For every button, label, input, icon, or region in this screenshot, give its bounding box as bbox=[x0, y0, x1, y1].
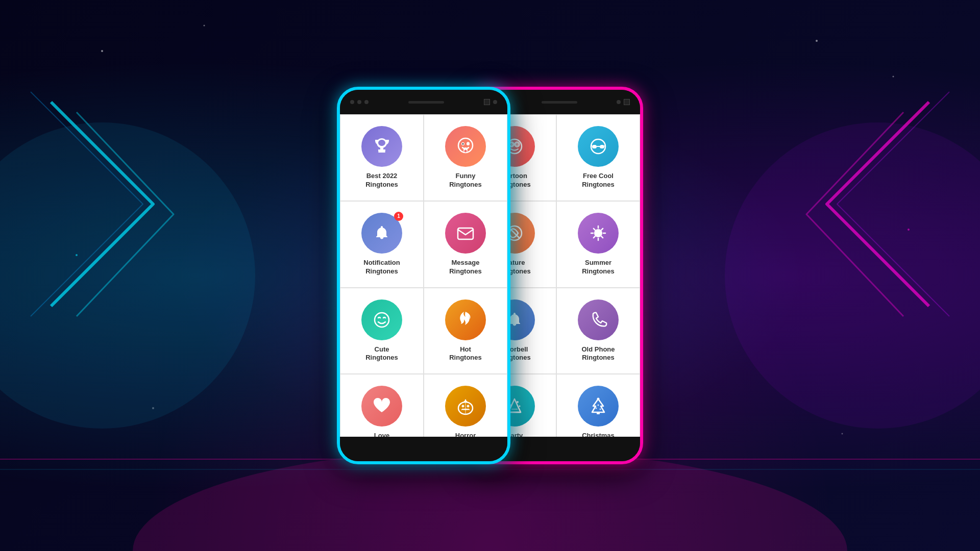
list-item-hot[interactable]: HotRingtones bbox=[424, 288, 507, 374]
svg-point-53 bbox=[519, 406, 521, 407]
list-item-christmas[interactable]: ChristmasRingtones bbox=[556, 374, 640, 437]
svg-line-46 bbox=[594, 229, 595, 230]
svg-marker-24 bbox=[467, 405, 470, 408]
svg-point-61 bbox=[600, 409, 601, 410]
flame-icon bbox=[454, 309, 477, 331]
freecool-icon bbox=[578, 126, 619, 167]
horror-icon bbox=[445, 386, 486, 427]
front-camera bbox=[484, 99, 490, 105]
best2022-label: Best 2022Ringtones bbox=[365, 172, 398, 189]
phones-container: Best 2022Ringtones bbox=[337, 87, 643, 464]
hot-icon bbox=[445, 299, 486, 340]
phone1-screen: Best 2022Ringtones bbox=[340, 114, 507, 437]
list-item-horror[interactable]: HorrorRingtones bbox=[424, 374, 507, 437]
sun-icon bbox=[587, 222, 609, 244]
svg-rect-20 bbox=[458, 228, 473, 239]
phone2-camera-right bbox=[617, 99, 630, 105]
notification-badge: 1 bbox=[394, 212, 403, 221]
list-item-funny[interactable]: FunnyRingtones bbox=[424, 114, 507, 201]
funny-label: FunnyRingtones bbox=[449, 172, 482, 189]
freecool-label: Free CoolRingtones bbox=[582, 172, 615, 189]
phone-1: Best 2022Ringtones bbox=[337, 87, 510, 464]
best2022-icon bbox=[361, 126, 402, 167]
tree-icon bbox=[587, 395, 609, 417]
notification-label: NotificationRingtones bbox=[363, 259, 400, 276]
svg-point-18 bbox=[464, 150, 467, 153]
svg-point-21 bbox=[375, 313, 389, 327]
svg-point-52 bbox=[517, 401, 519, 403]
svg-point-32 bbox=[517, 144, 518, 145]
dot-p2-4 bbox=[617, 100, 621, 104]
cute-icon bbox=[361, 299, 402, 340]
svg-rect-58 bbox=[597, 412, 600, 414]
svg-rect-34 bbox=[592, 145, 597, 148]
phone1-grid: Best 2022Ringtones bbox=[340, 114, 507, 437]
message-label: MessageRingtones bbox=[449, 259, 482, 276]
svg-point-29 bbox=[511, 144, 512, 145]
message-icon bbox=[445, 213, 486, 254]
dot4 bbox=[493, 100, 497, 104]
love-icon bbox=[361, 386, 402, 427]
phone1-camera-right bbox=[484, 99, 497, 105]
phone1-camera-area bbox=[350, 100, 369, 104]
sunglasses-icon bbox=[587, 135, 609, 158]
list-item-love[interactable]: LoveRingtones bbox=[340, 374, 424, 437]
phone2-speaker bbox=[542, 101, 577, 104]
bell-badge-icon bbox=[371, 222, 393, 244]
summer-label: SummerRingtones bbox=[582, 259, 615, 276]
phone1-top-bar bbox=[340, 90, 507, 114]
list-item-summer[interactable]: SummerRingtones bbox=[556, 201, 640, 288]
svg-rect-13 bbox=[378, 151, 385, 153]
list-item-freecool[interactable]: Free CoolRingtones bbox=[556, 114, 640, 201]
list-item-notification[interactable]: 1 NotificationRingtones bbox=[340, 201, 424, 288]
list-item-cute[interactable]: CuteRingtones bbox=[340, 288, 424, 374]
funny-icon bbox=[445, 126, 486, 167]
summer-icon bbox=[578, 213, 619, 254]
notification-icon: 1 bbox=[361, 213, 402, 254]
svg-line-48 bbox=[601, 229, 603, 230]
trophy-icon bbox=[371, 135, 393, 158]
svg-marker-23 bbox=[461, 405, 464, 408]
emoji-tongue-icon bbox=[454, 135, 477, 158]
christmas-label: ChristmasRingtones bbox=[582, 432, 615, 437]
svg-point-60 bbox=[596, 408, 597, 409]
svg-line-49 bbox=[594, 236, 595, 238]
phone-classic-icon bbox=[587, 309, 609, 331]
svg-point-19 bbox=[462, 143, 464, 145]
svg-point-59 bbox=[597, 398, 600, 400]
love-label: LoveRingtones bbox=[365, 432, 398, 437]
cute-label: CuteRingtones bbox=[365, 345, 398, 363]
list-item-best2022[interactable]: Best 2022Ringtones bbox=[340, 114, 424, 201]
svg-line-47 bbox=[601, 236, 603, 238]
heart-icon bbox=[371, 395, 393, 417]
envelope-icon bbox=[454, 222, 477, 244]
smiley-icon bbox=[371, 309, 393, 331]
oldphone-label: Old PhoneRingtones bbox=[582, 345, 615, 363]
dot1 bbox=[350, 100, 354, 104]
christmas-icon bbox=[578, 386, 619, 427]
front-camera-2 bbox=[624, 99, 630, 105]
list-item-message[interactable]: MessageRingtones bbox=[424, 201, 507, 288]
list-item-oldphone[interactable]: Old PhoneRingtones bbox=[556, 288, 640, 374]
phone1-speaker bbox=[408, 101, 444, 104]
hot-label: HotRingtones bbox=[449, 345, 482, 363]
pumpkin-icon bbox=[454, 395, 477, 417]
phone1-bottom-bar bbox=[340, 437, 507, 461]
oldphone-icon bbox=[578, 299, 619, 340]
dot3 bbox=[364, 100, 369, 104]
svg-point-62 bbox=[598, 405, 599, 406]
horror-label: HorrorRingtones bbox=[449, 432, 482, 437]
svg-rect-35 bbox=[600, 145, 604, 148]
dot2 bbox=[357, 100, 361, 104]
